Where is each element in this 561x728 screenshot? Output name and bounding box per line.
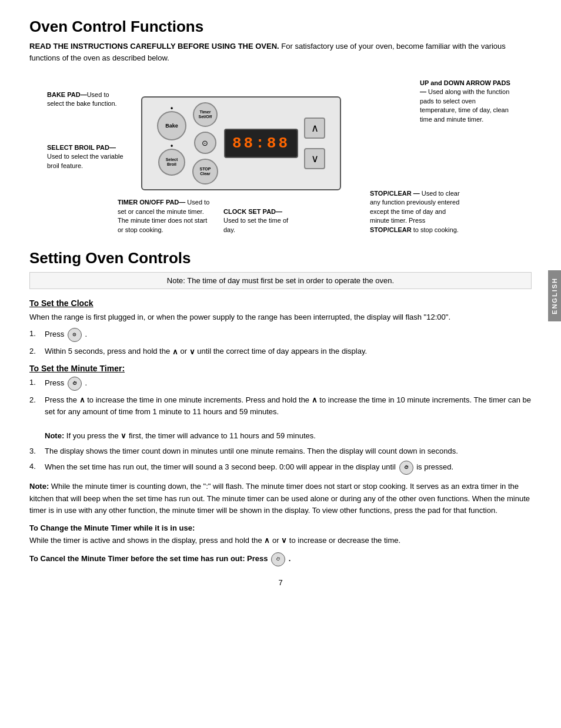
section-title-settings: Setting Oven Controls — [29, 249, 532, 267]
timer-section-title: To Set the Minute Timer: — [29, 364, 532, 373]
up-down-arrow-label: UP and DOWN ARROW PADS— Used along with … — [420, 79, 514, 124]
clock-body-text: When the range is first plugged in, or w… — [29, 311, 532, 323]
timer-step-1: 1. Press ⏱ . — [29, 377, 532, 391]
language-tab-text: ENGLISH — [551, 275, 558, 317]
up-arrow-inline: ∧ — [172, 346, 178, 358]
cancel-label: To Cancel the Minute Timer before the se… — [29, 555, 245, 563]
change-timer-body: While the timer is active and shows in t… — [29, 535, 532, 547]
timer-step2-note-rest: If you press the — [66, 431, 121, 440]
down-arrow-inline: ∨ — [189, 346, 195, 358]
language-tab: ENGLISH — [548, 270, 561, 321]
timer-step2-note-end: first, the timer will advance to 11 hour… — [129, 431, 316, 440]
down-arrow-inline-2: ∨ — [121, 430, 126, 442]
timer-step2-pre: Press the — [45, 395, 77, 404]
timer-steps: 1. Press ⏱ . 2. Press the ∧ to increase … — [29, 377, 532, 475]
up-arrow-button[interactable]: ∧ — [304, 118, 325, 139]
intro-bold: READ THE INSTRUCTIONS CAREFULLY BEFORE U… — [29, 42, 279, 51]
up-arrow-change: ∧ — [264, 535, 270, 546]
clock-step2-pre: Within 5 seconds, press and hold the — [45, 347, 170, 355]
up-arrow-inline-2: ∧ — [79, 394, 85, 406]
timer-step-3: 3. The display shows the timer count dow… — [29, 445, 532, 457]
bake-pad-label: BAKE PAD—Used to select the bake functio… — [47, 90, 123, 109]
intro-paragraph: READ THE INSTRUCTIONS CAREFULLY BEFORE U… — [29, 41, 532, 63]
change-timer-end: to increase or decrease the time. — [289, 536, 400, 545]
timer-step2-note: Note: — [45, 431, 64, 440]
clock-set-label: CLOCK SET PAD— Used to set the time of d… — [223, 207, 294, 234]
clock-button[interactable]: ⊙ — [194, 132, 216, 154]
timer-button[interactable]: TimerSet/Off — [193, 102, 218, 127]
timer-step1-pre: Press — [45, 378, 64, 387]
note-label: Note: — [29, 482, 49, 491]
down-arrow-change: ∨ — [281, 535, 287, 546]
up-arrow-inline-3: ∧ — [312, 394, 318, 406]
oven-diagram: BAKE PAD—Used to select the bake functio… — [29, 73, 532, 237]
timer-step-4: 4. When the set time has run out, the ti… — [29, 461, 532, 475]
down-arrow-button[interactable]: ∨ — [304, 148, 325, 169]
timer-step1-post: . — [85, 378, 87, 387]
note-box: Note: The time of day must first be set … — [29, 272, 532, 289]
clock-step1-pre: Press — [45, 330, 64, 339]
clock-step2-post: until the correct time of day appears in… — [197, 347, 367, 355]
broil-pad-label: SELECT BROIL PAD— Used to select the var… — [47, 143, 123, 170]
clock-btn-inline[interactable]: ⊙ — [68, 328, 82, 342]
timer-step2-mid1: to increase the time in one minute incre… — [87, 395, 309, 404]
timer-pad-label: TIMER ON/OFF PAD— Used to set or cancel … — [118, 198, 212, 234]
cancel-pre: Press — [247, 555, 268, 563]
change-timer-mid: or — [272, 536, 279, 545]
broil-button[interactable]: SelectBroil — [158, 149, 185, 176]
change-timer-title: To Change the Minute Timer while it is i… — [29, 524, 532, 532]
timer-step4-post: is pressed. — [416, 463, 453, 472]
note-box-text: Note: The time of day must first be set … — [167, 276, 394, 285]
change-timer-title-text: To Change the Minute Timer while it is i… — [29, 524, 195, 532]
timer-btn-cancel[interactable]: ⏱ — [271, 552, 285, 566]
change-timer-pre: While the timer is active and shows in t… — [29, 536, 262, 545]
stop-clear-label: STOP/CLEAR — Used to clear any function … — [370, 189, 467, 234]
timer-step-2: 2. Press the ∧ to increase the time in o… — [29, 394, 532, 442]
timer-step4-pre: When the set time has run out, the timer… — [45, 463, 396, 472]
timer-btn-inline-2[interactable]: ⏱ — [399, 461, 413, 475]
stop-clear-button[interactable]: STOPClear — [192, 159, 218, 184]
clock-step-2: 2. Within 5 seconds, press and hold the … — [29, 345, 532, 358]
clock-steps: 1. Press ⊙ . 2. Within 5 seconds, press … — [29, 328, 532, 358]
note-paragraph-text: While the minute timer is counting down,… — [29, 482, 530, 514]
clock-step1-post: . — [85, 330, 87, 339]
oven-control-panel: Bake SelectBroil TimerSet/Off ⊙ STOPClea… — [141, 96, 341, 190]
arrow-buttons: ∧ ∨ — [304, 118, 325, 169]
clock-step2-mid: or — [180, 347, 187, 355]
timer-btn-inline-1[interactable]: ⏱ — [68, 377, 82, 391]
page-title: Oven Control Functions — [29, 18, 532, 36]
cancel-post: . — [289, 555, 291, 563]
clock-step-1: 1. Press ⊙ . — [29, 328, 532, 342]
oven-display: 88:88 — [224, 129, 298, 158]
bake-button[interactable]: Bake — [157, 111, 186, 140]
clock-section-title: To Set the Clock — [29, 298, 532, 308]
cancel-timer-line: To Cancel the Minute Timer before the se… — [29, 552, 532, 566]
timer-note-paragraph: Note: While the minute timer is counting… — [29, 481, 532, 516]
page-number: 7 — [29, 578, 532, 587]
